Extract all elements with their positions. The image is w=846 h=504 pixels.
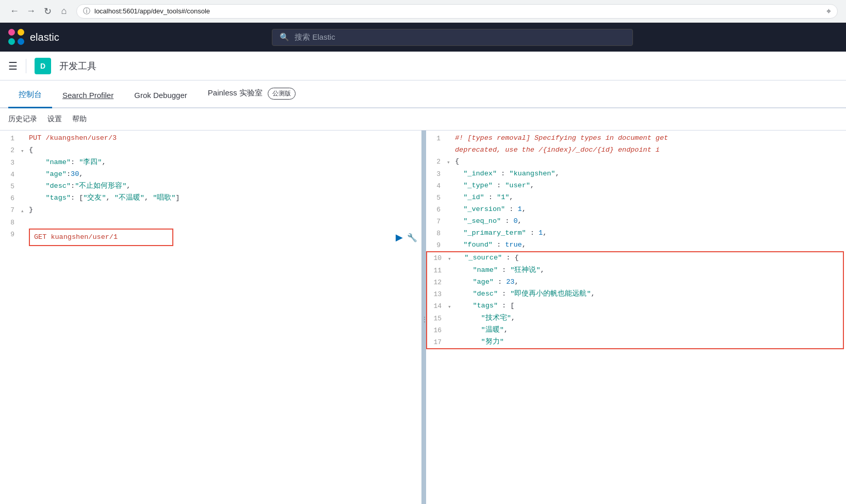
output-gutter-4: [447, 180, 455, 181]
output-content-15: "技术宅",: [456, 313, 843, 324]
output-line-16: 16 "温暖",: [427, 324, 843, 336]
output-gutter-8: [447, 227, 455, 229]
help-button[interactable]: 帮助: [72, 112, 87, 126]
tab-console[interactable]: 控制台: [8, 83, 52, 108]
output-gutter-6: [447, 204, 455, 205]
run-button[interactable]: ▶: [396, 232, 403, 243]
output-line-17: 17 "努力": [427, 336, 843, 348]
line-number-1: 1: [0, 133, 21, 144]
elastic-brand-text: elastic: [30, 31, 59, 43]
editor-line-7: 7 ▴ }: [0, 204, 421, 217]
address-bar[interactable]: ⓘ localhost:5601/app/dev_tools#/console …: [76, 4, 838, 19]
global-search-bar[interactable]: 🔍 搜索 Elastic: [272, 29, 633, 46]
output-line-6: 6 "_version" : 1,: [426, 204, 846, 216]
tab-grok-debugger[interactable]: Grok Debugger: [124, 84, 198, 108]
line-number-4: 4: [0, 169, 21, 181]
output-content-5: "_id" : "1",: [455, 192, 846, 203]
output-line-3: 3 "_index" : "kuangshen",: [426, 168, 846, 180]
line-content-9: GET kuangshen/user/1: [34, 233, 118, 241]
output-line-number-2: 2: [426, 156, 447, 168]
output-line-8: 8 "_primary_term" : 1,: [426, 227, 846, 239]
output-line-number-1b: [426, 144, 447, 145]
output-line-12: 12 "age" : 23,: [427, 277, 843, 288]
output-line-number-3: 3: [426, 168, 447, 180]
main-content: 1 PUT /kuangshen/user/3 2 ▾ { 3 "name": …: [0, 131, 846, 504]
reload-button[interactable]: ↻: [41, 5, 54, 18]
code-editor[interactable]: 1 PUT /kuangshen/user/3 2 ▾ { 3 "name": …: [0, 131, 421, 248]
output-content-2: {: [455, 156, 846, 167]
output-gutter-3: [447, 168, 455, 169]
output-line-number-11: 11: [427, 265, 448, 277]
elastic-logo[interactable]: elastic: [8, 29, 59, 45]
editor-line-8: 8: [0, 217, 421, 229]
output-gutter-10: ▾: [448, 252, 456, 265]
search-icon: 🔍: [280, 32, 289, 42]
editor-line-2: 2 ▾ {: [0, 144, 421, 157]
line-number-3: 3: [0, 157, 21, 169]
output-line-14: 14 ▾ "tags" : [: [427, 300, 843, 313]
editor-line-9: 9 GET kuangshen/user/1: [0, 229, 396, 246]
editor-line-9-container: 9 GET kuangshen/user/1 ▶ 🔧: [0, 229, 421, 246]
wrench-button[interactable]: 🔧: [407, 233, 417, 242]
output-line-number-14: 14: [427, 300, 448, 312]
output-content-3: "_index" : "kuangshen",: [455, 168, 846, 180]
output-gutter-1b: [447, 144, 455, 145]
forward-button[interactable]: →: [25, 5, 37, 18]
output-line-number-8: 8: [426, 227, 447, 239]
output-line-1: 1 #! [types removal] Specifying types in…: [426, 133, 846, 144]
output-content-1b: deprecated, use the /{index}/_doc/{id} e…: [455, 144, 846, 156]
output-gutter-17: [448, 336, 456, 337]
history-button[interactable]: 历史记录: [8, 112, 37, 126]
output-content-17: "努力": [456, 336, 843, 348]
output-content-10: "_source" : {: [456, 252, 843, 264]
output-line-number-9: 9: [426, 239, 447, 251]
app-header: ☰ D 开发工具: [0, 52, 846, 80]
output-content-7: "_seq_no" : 0,: [455, 216, 846, 227]
output-gutter-12: [448, 277, 456, 278]
header-divider: [26, 59, 26, 73]
url-text: localhost:5601/app/dev_tools#/console: [94, 7, 210, 15]
line-gutter-4: [21, 169, 29, 170]
line-number-9: 9: [0, 229, 21, 240]
output-line-number-6: 6: [426, 204, 447, 216]
output-content-4: "_type" : "user",: [455, 180, 846, 191]
output-line-2: 2 ▾ {: [426, 156, 846, 168]
tab-painless[interactable]: Painless 实验室 公测版: [198, 80, 306, 108]
tab-navigation: 控制台 Search Profiler Grok Debugger Painle…: [0, 80, 846, 108]
line-content-2: {: [29, 144, 421, 156]
editor-toolbar: 历史记录 设置 帮助: [0, 108, 846, 131]
line-content-1: PUT /kuangshen/user/3: [29, 133, 421, 144]
editor-line-5: 5 "desc":"不止如何形容",: [0, 181, 421, 192]
tab-search-profiler[interactable]: Search Profiler: [52, 84, 124, 108]
back-button[interactable]: ←: [8, 5, 21, 18]
editor-line-4: 4 "age":30,: [0, 169, 421, 181]
line-number-2: 2: [0, 144, 21, 156]
output-line-10: 10 ▾ "_source" : {: [427, 252, 843, 265]
output-content-9: "found" : true,: [455, 239, 846, 251]
output-code-area: 1 #! [types removal] Specifying types in…: [426, 131, 846, 351]
settings-button[interactable]: 设置: [47, 112, 62, 126]
output-line-number-16: 16: [427, 324, 448, 336]
line-gutter-2: ▾: [21, 144, 29, 157]
output-gutter-2: ▾: [447, 156, 455, 168]
output-line-number-10: 10: [427, 252, 448, 264]
output-gutter-9: [447, 239, 455, 240]
zoom-icon: ⌖: [826, 7, 831, 16]
line-gutter-7: ▴: [21, 204, 29, 217]
output-line-number-5: 5: [426, 192, 447, 204]
info-icon: ⓘ: [83, 7, 90, 16]
output-line-number-15: 15: [427, 313, 448, 324]
output-gutter-11: [448, 265, 456, 266]
output-gutter-7: [447, 216, 455, 217]
editor-line-1: 1 PUT /kuangshen/user/3: [0, 133, 421, 144]
logo-icon: [8, 29, 25, 45]
output-line-7: 7 "_seq_no" : 0,: [426, 216, 846, 227]
output-line-5: 5 "_id" : "1",: [426, 192, 846, 204]
output-line-number-7: 7: [426, 216, 447, 227]
hamburger-menu-button[interactable]: ☰: [8, 60, 18, 72]
line-content-7: }: [29, 204, 421, 216]
output-content-8: "_primary_term" : 1,: [455, 227, 846, 239]
user-avatar[interactable]: D: [35, 58, 51, 74]
run-controls: ▶ 🔧: [396, 232, 421, 243]
home-button[interactable]: ⌂: [58, 5, 70, 18]
